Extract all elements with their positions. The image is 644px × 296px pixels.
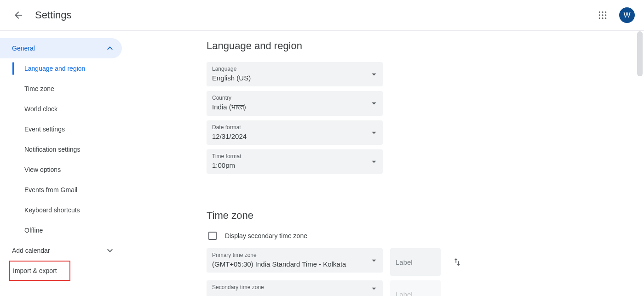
sidebar-item-label: Notification settings: [24, 146, 80, 153]
date-format-dropdown[interactable]: Date format 12/31/2024: [207, 120, 383, 145]
svg-point-3: [599, 14, 600, 16]
country-dropdown[interactable]: Country India (भारत): [207, 91, 383, 116]
dropdown-value: India (भारत): [212, 103, 377, 111]
sidebar-item-label: Events from Gmail: [24, 186, 77, 194]
input-placeholder: Label: [396, 290, 413, 296]
sidebar-item-event-settings[interactable]: Event settings: [12, 119, 122, 139]
dropdown-label: Secondary time zone: [212, 284, 377, 290]
secondary-tz-label-input: Label: [390, 280, 441, 296]
section-heading-time-zone: Time zone: [207, 210, 644, 222]
sidebar-item-keyboard-shortcuts[interactable]: Keyboard shortcuts: [12, 200, 122, 220]
checkbox-label: Display secondary time zone: [225, 232, 307, 239]
sidebar-item-label: World clock: [24, 105, 58, 113]
display-secondary-tz-checkbox[interactable]: [208, 232, 217, 240]
chevron-down-icon: [104, 245, 115, 256]
sidebar-item-label: Event settings: [24, 125, 65, 133]
svg-point-2: [605, 11, 606, 13]
sidebar-section-label: Import & export: [13, 267, 57, 274]
header: Settings W: [0, 0, 644, 31]
sidebar-general-subitems: Language and region Time zone World cloc…: [12, 58, 122, 240]
caret-down-icon: [372, 288, 376, 290]
dropdown-value: English (US): [212, 74, 377, 82]
arrow-back-icon: [13, 10, 24, 21]
primary-tz-dropdown[interactable]: Primary time zone (GMT+05:30) India Stan…: [207, 248, 383, 273]
google-apps-button[interactable]: [593, 6, 612, 24]
sidebar-item-events-from-gmail[interactable]: Events from Gmail: [12, 180, 122, 200]
back-button[interactable]: [9, 6, 28, 24]
sidebar-item-label: Language and region: [24, 65, 85, 72]
sidebar-item-label: View options: [24, 166, 61, 173]
main-content: Language and region Language English (US…: [122, 31, 644, 296]
caret-down-icon: [372, 131, 376, 134]
display-secondary-tz-row: Display secondary time zone: [208, 232, 644, 240]
sidebar-item-view-options[interactable]: View options: [12, 159, 122, 180]
dropdown-value: 12/31/2024: [212, 132, 377, 140]
swap-tz-button[interactable]: [448, 248, 466, 276]
sidebar-item-offline[interactable]: Offline: [12, 220, 122, 240]
caret-down-icon: [372, 102, 376, 105]
header-left: Settings: [9, 6, 72, 24]
sidebar-section-import-export[interactable]: Import & export: [9, 261, 70, 281]
dropdown-label: Date format: [212, 124, 377, 131]
svg-point-0: [599, 11, 600, 13]
input-placeholder: Label: [396, 258, 413, 266]
svg-point-6: [599, 17, 600, 19]
sidebar-item-world-clock[interactable]: World clock: [12, 99, 122, 119]
sidebar-item-label: Offline: [24, 227, 43, 234]
dropdown-value: (GMT+05:30) India Standard Time - Kolkat…: [212, 260, 377, 268]
page-title: Settings: [35, 9, 72, 21]
caret-down-icon: [372, 73, 376, 75]
primary-tz-row: Primary time zone (GMT+05:30) India Stan…: [207, 248, 644, 276]
section-heading-language-region: Language and region: [207, 40, 644, 52]
caret-down-icon: [372, 160, 376, 163]
sidebar-section-label: General: [12, 45, 35, 52]
chevron-up-icon: [104, 43, 115, 54]
primary-tz-label-input[interactable]: Label: [390, 248, 441, 276]
body-container: General Language and region Time zone Wo…: [0, 31, 644, 296]
svg-point-7: [602, 17, 603, 19]
sidebar-item-label: Keyboard shortcuts: [24, 206, 80, 214]
dropdown-value: 1:00pm: [212, 161, 377, 169]
sidebar-item-notification-settings[interactable]: Notification settings: [12, 139, 122, 159]
sidebar: General Language and region Time zone Wo…: [0, 31, 122, 296]
language-dropdown[interactable]: Language English (US): [207, 62, 383, 86]
sidebar-section-general[interactable]: General: [0, 38, 122, 58]
scrollbar-thumb[interactable]: [637, 31, 643, 76]
svg-point-4: [602, 14, 603, 16]
svg-point-5: [605, 14, 606, 16]
sidebar-section-add-calendar[interactable]: Add calendar: [0, 240, 122, 261]
secondary-tz-dropdown: Secondary time zone: [207, 280, 383, 296]
caret-down-icon: [372, 259, 376, 262]
swap-vert-icon: [452, 257, 462, 267]
sidebar-section-label: Add calendar: [12, 247, 50, 254]
account-avatar[interactable]: W: [619, 7, 635, 23]
sidebar-item-language-region[interactable]: Language and region: [12, 58, 122, 79]
time-format-dropdown[interactable]: Time format 1:00pm: [207, 149, 383, 174]
avatar-initial: W: [623, 11, 630, 19]
dropdown-label: Country: [212, 95, 377, 101]
dropdown-label: Time format: [212, 153, 377, 159]
secondary-tz-row: Secondary time zone Label: [207, 280, 644, 296]
apps-grid-icon: [598, 11, 607, 20]
svg-point-8: [605, 17, 606, 19]
svg-point-1: [602, 11, 603, 13]
dropdown-label: Primary time zone: [212, 252, 377, 258]
sidebar-item-label: Time zone: [24, 85, 54, 92]
dropdown-label: Language: [212, 66, 377, 72]
header-right: W: [593, 6, 635, 24]
sidebar-item-time-zone[interactable]: Time zone: [12, 79, 122, 99]
